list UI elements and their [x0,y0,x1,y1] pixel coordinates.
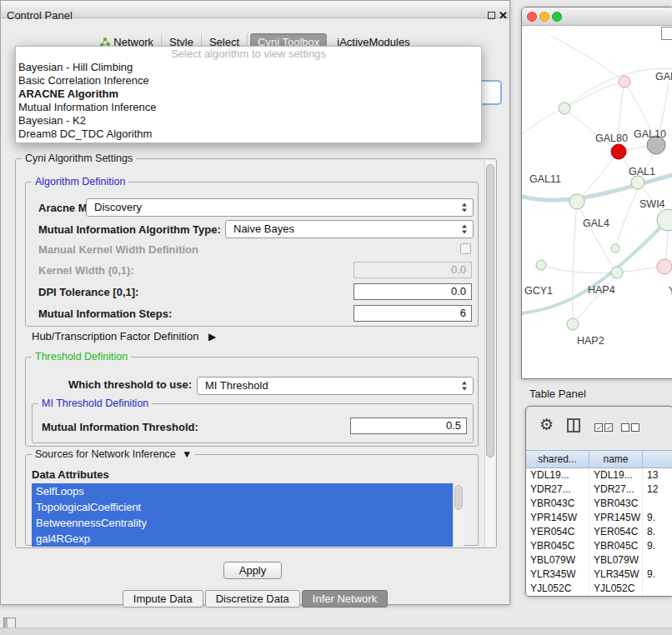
algorithm-option[interactable]: Bayesian - K2 [16,114,481,128]
bottom-tab-discretize-data[interactable]: Discretize Data [205,590,300,608]
network-node-green[interactable] [569,194,584,209]
table-cell: YBL079W [589,553,643,568]
attribute-list-scrollbar-thumb[interactable] [454,485,463,510]
which-threshold-select[interactable]: MI Threshold [197,377,474,395]
kernel-width-label: Kernel Width (0,1): [38,264,134,277]
minimize-traffic-light[interactable] [539,12,549,22]
gear-icon[interactable]: ⚙ [539,415,554,434]
network-node-green[interactable] [567,318,579,330]
close-icon[interactable]: ✕ [499,9,508,22]
hub-definition-expander[interactable]: Hub/Transcription Factor Definition ▶ [32,330,216,342]
mi-threshold-field[interactable]: 0.5 [350,418,467,434]
table-column-header[interactable]: shared... [526,451,589,468]
network-node-green[interactable] [559,102,570,114]
network-edge[interactable] [615,189,638,248]
attribute-list[interactable]: SelfLoops TopologicalCoefficient Between… [32,483,464,547]
kernel-width-field[interactable]: 0.0 [354,262,472,278]
window-title: Control Panel [7,7,73,25]
network-edge[interactable] [577,182,638,202]
network-node-label: GAL80 [595,132,628,144]
table-row[interactable]: YLR345WYLR345W9. [526,568,672,582]
settings-scrollbar-thumb[interactable] [486,164,494,458]
table-row[interactable]: YBL079WYBL079W [526,553,672,568]
table-cell [643,553,672,568]
aracne-mode-value: Discovery [94,201,142,213]
attribute-list-item-selected[interactable]: gal4RGexp [32,531,453,547]
table-cell: 9. [643,539,672,553]
desktop: Control Panel ✕ Network Style Select Cyn… [0,0,672,635]
attribute-list-item-selected[interactable]: BetweennessCentrality [32,515,453,531]
network-graph[interactable]: GAL80GAL10GAL11GAL1SWI4GAL4GCY1HAP4HAP2G… [522,26,672,379]
table-cell: YBR045C [526,539,589,553]
network-node-red[interactable] [611,144,626,159]
table-cell: YBR043C [526,497,589,511]
select-all-columns-icon[interactable]: ✓ ✓ [594,423,613,432]
table-cell: YBR043C [589,497,643,511]
network-edge[interactable] [577,202,615,271]
dpi-tolerance-field[interactable]: 0.0 [354,283,472,300]
birdseye-overview-box[interactable] [661,27,672,40]
algorithm-option[interactable]: Basic Correlation Inference [16,74,481,88]
table-row[interactable]: YDL19...YDL19...13 [526,468,672,482]
aracne-mode-select[interactable]: Discovery [86,198,474,217]
hub-definition-label: Hub/Transcription Factor Definition [32,330,198,342]
apply-button[interactable]: Apply [223,562,282,579]
algorithm-option[interactable]: Bayesian - Hill Climbing [16,61,481,74]
network-node-pink[interactable] [619,76,630,88]
network-node-green[interactable] [611,267,623,278]
unselect-all-columns-icon[interactable] [621,423,639,432]
float-window-icon[interactable] [488,12,495,19]
table-row[interactable]: YDR27...YDR27...12 [526,482,672,497]
algorithm-dropdown-popup: Select algorithm to view settings Bayesi… [15,46,482,143]
table-cell: 8. [643,525,672,539]
mi-threshold-label: Mutual Information Threshold: [42,421,198,433]
table-cell: YER054C [589,525,643,539]
table-cell: YDL19... [526,468,589,482]
network-window-titlebar[interactable] [522,8,672,26]
manual-kernel-label: Manual Kernel Width Definition [38,243,198,256]
attribute-list-item-selected[interactable]: SelfLoops [32,483,453,499]
chevron-down-icon[interactable]: ▼ [182,448,192,460]
zoom-traffic-light[interactable] [552,12,562,22]
control-panel-titlebar[interactable] [0,0,510,18]
table-row[interactable]: YPR145WYPR145W9. [526,511,672,525]
table-row[interactable]: YBR045CYBR045C9. [526,539,672,553]
table-cell [643,582,672,596]
attribute-list-scrollbar[interactable] [453,483,464,547]
network-canvas[interactable]: GAL80GAL10GAL11GAL1SWI4GAL4GCY1HAP4HAP2G… [522,26,672,379]
algorithm-option[interactable]: Dream8 DC_TDC Algorithm [16,128,481,141]
table-column-header[interactable]: name [589,451,643,468]
network-node-pink[interactable] [657,259,672,274]
network-node-green[interactable] [611,244,619,252]
network-edge[interactable] [564,82,624,108]
table-cell: YBL079W [526,553,589,568]
network-edge[interactable] [522,108,564,134]
table-column-header[interactable] [643,451,672,468]
table-row[interactable]: YJL052CYJL052C [526,582,672,596]
network-edge[interactable] [551,36,624,82]
mi-steps-field[interactable]: 6 [354,305,472,322]
mi-type-select[interactable]: Naive Bayes [225,220,474,238]
network-node-green[interactable] [536,260,546,270]
manual-kernel-checkbox[interactable] [460,243,471,254]
show-columns-icon[interactable] [567,418,580,432]
network-edge[interactable] [573,202,577,324]
table-cell: YDR27... [526,482,589,497]
table-row[interactable]: YER054CYER054C8. [526,525,672,539]
network-edge[interactable] [573,276,615,324]
sources-title: Sources for Network Inference [35,448,176,460]
table-body[interactable]: YDL19...YDL19...13YDR27...YDR27...12YBR0… [526,468,672,597]
columns-divider [573,420,574,431]
network-edge[interactable] [564,108,619,152]
bottom-tab-impute-data[interactable]: Impute Data [123,590,203,608]
bottom-tab-infer-network[interactable]: Infer Network [302,590,388,608]
algorithm-option[interactable]: Mutual Information Inference [16,101,481,114]
algorithm-option-selected[interactable]: ARACNE Algorithm [16,88,481,101]
chevron-right-icon[interactable]: ▶ [208,331,216,342]
close-traffic-light[interactable] [527,12,537,22]
table-row[interactable]: YBR043CYBR043C [526,497,672,511]
network-node-green[interactable] [631,176,644,189]
network-edge[interactable] [541,265,615,273]
group-title: MI Threshold Definition [38,398,152,410]
attribute-list-item-selected[interactable]: TopologicalCoefficient [32,499,453,515]
